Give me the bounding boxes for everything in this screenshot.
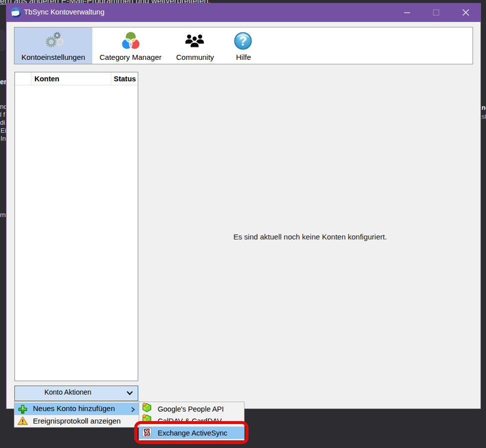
svg-text:?: ? [239,33,247,48]
